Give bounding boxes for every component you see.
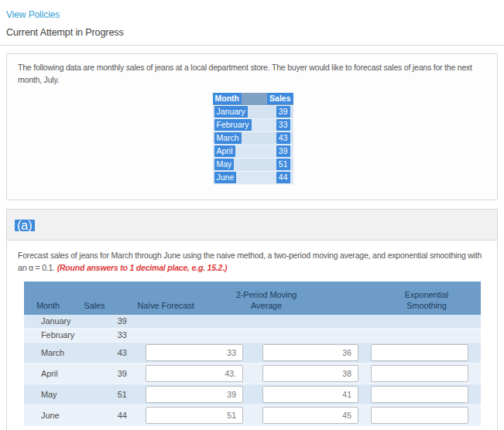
forecast-table-header: Month Sales Naïve Forecast 2-Period Movi… bbox=[24, 282, 481, 315]
month-value: June bbox=[214, 172, 237, 183]
rounding-note: (Round answers to 1 decimal place, e.g. … bbox=[57, 263, 228, 272]
sales-data-header-row: Month Sales bbox=[213, 93, 293, 106]
attempt-status-text: Current Attempt in Progress bbox=[6, 27, 498, 38]
moving-average-input-april[interactable] bbox=[262, 365, 358, 382]
naive-forecast-input-april[interactable] bbox=[146, 365, 243, 382]
table-row-march: March 43 bbox=[24, 343, 481, 363]
month-value: January bbox=[214, 106, 248, 118]
table-row-january: January 39 bbox=[24, 315, 481, 329]
header-naive-forecast: Naïve Forecast bbox=[137, 300, 194, 311]
data-row: January 39 bbox=[213, 105, 293, 118]
table-row-april: April 39 bbox=[24, 363, 481, 384]
instruction-paragraph: Forecast sales of jeans for March throug… bbox=[18, 250, 486, 275]
month-cell: January bbox=[24, 316, 82, 326]
problem-statement: The following data are monthly sales of … bbox=[18, 62, 488, 87]
exponential-smoothing-input-june[interactable] bbox=[371, 407, 468, 424]
month-cell: June bbox=[24, 411, 82, 420]
month-cell: May bbox=[24, 390, 82, 399]
forecast-table: Month Sales Naïve Forecast 2-Period Movi… bbox=[24, 282, 481, 426]
table-row-february: February 33 bbox=[24, 329, 481, 343]
mini-header-month: Month bbox=[213, 93, 260, 106]
sales-value: 43 bbox=[276, 132, 290, 144]
sales-value: 33 bbox=[276, 119, 290, 131]
sales-data-table: Month Sales January 39 February 33 March… bbox=[213, 93, 293, 185]
month-value: March bbox=[214, 132, 242, 144]
header-month: Month bbox=[36, 300, 60, 311]
moving-average-input-june[interactable] bbox=[262, 407, 358, 424]
moving-average-input-may[interactable] bbox=[262, 386, 358, 403]
sales-value: 39 bbox=[276, 145, 290, 157]
header-sales: Sales bbox=[84, 300, 105, 311]
exponential-smoothing-input-april[interactable] bbox=[371, 365, 468, 382]
problem-panel: The following data are monthly sales of … bbox=[6, 53, 498, 200]
part-a-header: (a) bbox=[7, 210, 497, 241]
sales-cell: 39 bbox=[82, 316, 132, 326]
month-value: May bbox=[214, 159, 235, 170]
part-a-label: (a) bbox=[15, 220, 35, 231]
sales-cell: 33 bbox=[82, 330, 132, 340]
sales-value: 44 bbox=[276, 172, 290, 183]
month-cell: April bbox=[24, 369, 82, 378]
part-a-panel: (a) Forecast sales of jeans for March th… bbox=[6, 209, 498, 430]
header-exponential-smoothing: Exponential Smoothing bbox=[396, 289, 458, 312]
data-row: June 44 bbox=[213, 171, 293, 184]
month-value: April bbox=[214, 145, 235, 157]
mini-header-sales: Sales bbox=[259, 93, 293, 106]
part-a-body: Forecast sales of jeans for March throug… bbox=[7, 241, 497, 426]
moving-average-input-march[interactable] bbox=[262, 344, 358, 361]
exponential-smoothing-input-may[interactable] bbox=[371, 386, 468, 403]
naive-forecast-input-march[interactable] bbox=[146, 344, 243, 361]
data-row: February 33 bbox=[213, 118, 293, 131]
sales-cell: 44 bbox=[82, 411, 132, 420]
sales-value: 51 bbox=[276, 159, 290, 170]
sales-cell: 51 bbox=[82, 390, 132, 399]
table-row-may: May 51 bbox=[24, 384, 481, 405]
exponential-smoothing-input-march[interactable] bbox=[371, 344, 468, 361]
data-row: April 39 bbox=[213, 145, 293, 158]
sales-cell: 43 bbox=[82, 348, 132, 357]
topbar: View Policies Current Attempt in Progres… bbox=[0, 0, 504, 38]
view-policies-link[interactable]: View Policies bbox=[6, 9, 60, 20]
sales-value: 39 bbox=[276, 106, 290, 118]
month-cell: March bbox=[24, 348, 82, 357]
data-row: May 51 bbox=[213, 158, 293, 171]
divider bbox=[0, 45, 504, 46]
naive-forecast-input-may[interactable] bbox=[146, 386, 243, 403]
table-row-june: June 44 bbox=[24, 405, 481, 426]
naive-forecast-input-june[interactable] bbox=[146, 407, 243, 424]
month-cell: February bbox=[24, 330, 82, 340]
header-moving-average: 2-Period Moving Average bbox=[235, 289, 297, 312]
month-value: February bbox=[214, 119, 252, 131]
sales-cell: 39 bbox=[82, 369, 132, 378]
data-row: March 43 bbox=[213, 131, 293, 145]
